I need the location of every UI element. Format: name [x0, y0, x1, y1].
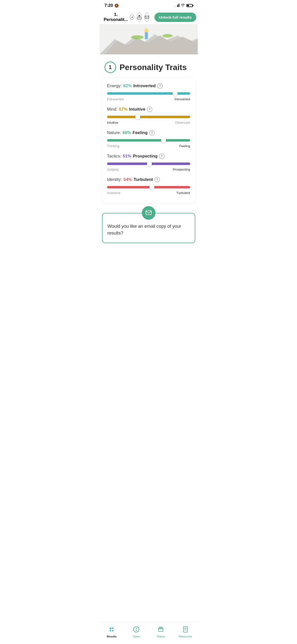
nature-help-icon[interactable]: ?	[149, 130, 155, 136]
nature-right-end: Feeling	[179, 144, 190, 148]
mind-trait: Mind: 67% Intuitive ? Intuitive Observan…	[107, 107, 190, 124]
identity-help-icon[interactable]: ?	[154, 177, 160, 182]
tactics-trait: Tactics: 51% Prospecting ? Judging Prosp…	[107, 153, 190, 171]
battery-icon	[186, 4, 193, 7]
svg-rect-1	[145, 16, 149, 19]
energy-left-end: Extraverted	[107, 97, 124, 101]
svg-point-6	[162, 34, 173, 38]
traits-card: Energy: 82% Introverted ? Extraverted In…	[102, 78, 195, 203]
tactics-left-end: Judging	[107, 168, 119, 171]
energy-help-icon[interactable]: ?	[157, 83, 163, 89]
svg-rect-9	[146, 211, 151, 215]
wifi-icon	[181, 4, 185, 8]
tactics-slider	[107, 162, 190, 166]
identity-left-end: Assertive	[107, 191, 120, 195]
nav-bar: 1. Personalit... ▾ Unlock full results	[100, 10, 198, 24]
mind-slider	[107, 115, 190, 119]
nav-title-text: 1. Personalit...	[104, 12, 128, 22]
energy-right-end: Introverted	[174, 97, 190, 101]
energy-slider	[107, 91, 190, 96]
mind-left-end: Intuitive	[107, 121, 118, 124]
status-time: 7:20 🔕	[105, 3, 119, 8]
nature-trait: Nature: 68% Feeling ? Thinking Feeling	[107, 130, 190, 148]
chevron-down-icon: ▾	[130, 15, 134, 20]
hero-illustration	[100, 24, 198, 54]
signal-icon	[175, 4, 179, 7]
email-cta-text: Would you like an email copy of your res…	[108, 223, 190, 237]
identity-right-end: Turbulent	[176, 191, 190, 195]
bell-icon: 🔕	[114, 4, 119, 8]
energy-label: Energy: 82% Introverted ?	[107, 83, 190, 89]
nav-title-button[interactable]: 1. Personalit... ▾	[104, 12, 134, 22]
nature-slider	[107, 138, 190, 143]
mind-help-icon[interactable]: ?	[147, 107, 152, 112]
unlock-button[interactable]: Unlock full results	[154, 13, 196, 22]
svg-point-8	[144, 28, 148, 33]
status-icons	[175, 4, 193, 8]
email-cta-section: Would you like an email copy of your res…	[102, 213, 195, 243]
time-display: 7:20	[105, 3, 113, 8]
identity-trait: Identity: 54% Turbulent ? Assertive Turb…	[107, 177, 190, 195]
svg-point-5	[131, 35, 144, 39]
tactics-label: Tactics: 51% Prospecting ?	[107, 153, 190, 159]
nature-label: Nature: 68% Feeling ?	[107, 130, 190, 136]
mind-label: Mind: 67% Intuitive ?	[107, 107, 190, 112]
tactics-help-icon[interactable]: ?	[159, 153, 164, 159]
tactics-right-end: Prospecting	[173, 168, 190, 171]
nature-left-end: Thinking	[107, 144, 119, 148]
svg-rect-7	[145, 32, 148, 39]
email-cta-icon	[142, 206, 155, 220]
energy-trait: Energy: 82% Introverted ? Extraverted In…	[107, 83, 190, 101]
status-bar: 7:20 🔕	[100, 0, 198, 10]
mind-right-end: Observant	[175, 121, 190, 124]
email-nav-button[interactable]	[144, 13, 149, 22]
section-title: Personality Traits	[120, 63, 187, 72]
section-heading: 1 Personality Traits	[100, 54, 198, 78]
identity-slider	[107, 185, 190, 189]
share-button[interactable]	[137, 13, 142, 22]
identity-label: Identity: 54% Turbulent ?	[107, 177, 190, 182]
section-number: 1	[105, 61, 116, 73]
